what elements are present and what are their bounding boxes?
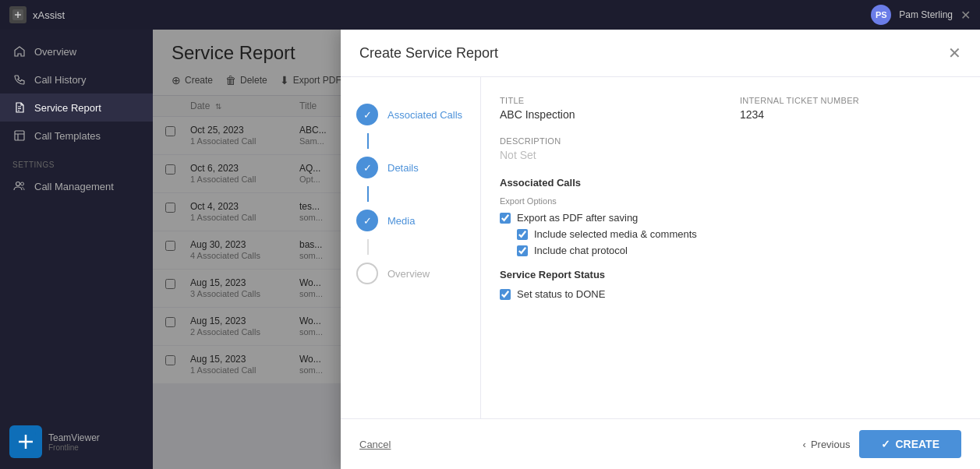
step-label-overview: Overview — [387, 268, 430, 280]
settings-section-label: SETTINGS — [0, 150, 153, 172]
step-label-media: Media — [387, 215, 415, 227]
sidebar-label-call-templates: Call Templates — [34, 130, 101, 142]
include-chat-checkbox[interactable] — [517, 245, 528, 256]
sidebar-nav: Overview Call History Service Report — [0, 30, 153, 414]
description-label: Description — [500, 136, 961, 146]
wizard-steps: ✓ Associated Calls ✓ Details ✓ — [341, 77, 481, 418]
set-status-row: Set status to DONE — [500, 288, 961, 300]
step-connector-3 — [367, 239, 369, 255]
step-circle-overview — [356, 263, 378, 284]
form-group-description: Description Not Set — [500, 136, 961, 161]
export-options-label: Export Options — [500, 196, 961, 206]
app-name: xAssist — [33, 9, 65, 21]
sidebar-label-call-management: Call Management — [34, 181, 114, 192]
topbar: xAssist PS Pam Sterling ✕ — [0, 0, 980, 30]
phone-icon — [12, 72, 27, 86]
modal-overlay: Create Service Report ✕ ✓ Associated Cal… — [153, 30, 980, 469]
sidebar: Overview Call History Service Report — [0, 30, 153, 469]
step-label-details: Details — [387, 162, 419, 174]
sidebar-item-call-templates[interactable]: Call Templates — [0, 122, 153, 150]
topbar-close-icon[interactable]: ✕ — [961, 8, 971, 23]
step-overview[interactable]: Overview — [341, 255, 480, 292]
tv-brand: TeamViewer — [48, 432, 100, 443]
footer-right: ‹ Previous ✓ CREATE — [803, 430, 961, 458]
modal: Create Service Report ✕ ✓ Associated Cal… — [341, 30, 980, 469]
svg-rect-1 — [15, 131, 24, 140]
set-status-checkbox[interactable] — [500, 289, 511, 300]
modal-form: Title ABC Inspection Internal Ticket Num… — [481, 77, 980, 418]
create-button[interactable]: ✓ CREATE — [859, 430, 961, 458]
svg-point-3 — [21, 182, 24, 185]
file-icon — [12, 100, 27, 115]
modal-title: Create Service Report — [359, 45, 498, 62]
teamviewer-logo: TeamViewer Frontline — [9, 425, 143, 458]
app-shell: xAssist PS Pam Sterling ✕ Overview — [0, 0, 980, 469]
include-chat-row: Include chat protocol — [517, 245, 961, 256]
content-area: Service Report ⊕ Create 🗑 Delete ⬇ Expor… — [153, 30, 980, 469]
cancel-button[interactable]: Cancel — [359, 439, 391, 450]
check-icon: ✓ — [881, 438, 890, 450]
app-logo-icon — [9, 6, 27, 23]
user-avatar: PS — [871, 5, 891, 25]
step-connector-2 — [367, 186, 369, 202]
teamviewer-icon — [9, 425, 42, 458]
step-circle-media: ✓ — [356, 210, 378, 231]
step-connector-1 — [367, 133, 369, 149]
previous-button[interactable]: ‹ Previous — [803, 439, 851, 450]
form-row-title: Title ABC Inspection Internal Ticket Num… — [500, 96, 961, 121]
step-label-associated-calls: Associated Calls — [387, 109, 462, 121]
step-media[interactable]: ✓ Media — [341, 202, 480, 239]
sidebar-item-call-history[interactable]: Call History — [0, 65, 153, 93]
previous-label: Previous — [811, 439, 851, 450]
tv-text-group: TeamViewer Frontline — [48, 432, 100, 452]
ticket-value: 1234 — [740, 108, 961, 121]
include-media-label: Include selected media & comments — [534, 228, 697, 240]
step-circle-details: ✓ — [356, 157, 378, 178]
users-icon — [12, 179, 27, 193]
modal-body: ✓ Associated Calls ✓ Details ✓ — [341, 77, 980, 418]
status-section: Service Report Status — [500, 269, 961, 280]
sidebar-item-service-report[interactable]: Service Report — [0, 93, 153, 122]
title-label: Title — [500, 96, 721, 105]
set-status-label: Set status to DONE — [517, 288, 605, 300]
home-icon — [12, 44, 27, 58]
chevron-left-icon: ‹ — [803, 439, 806, 450]
sidebar-label-overview: Overview — [34, 46, 76, 58]
sidebar-label-call-history: Call History — [34, 74, 86, 86]
sidebar-item-overview[interactable]: Overview — [0, 37, 153, 65]
include-media-checkbox[interactable] — [517, 229, 528, 240]
export-pdf-label: Export as PDF after saving — [517, 212, 638, 224]
template-icon — [12, 129, 27, 143]
topbar-left: xAssist — [9, 6, 65, 23]
include-chat-label: Include chat protocol — [534, 245, 628, 256]
create-label: CREATE — [895, 438, 939, 450]
modal-header: Create Service Report ✕ — [341, 30, 980, 77]
export-pdf-checkbox[interactable] — [500, 213, 511, 224]
form-row-description: Description Not Set — [500, 136, 961, 161]
ticket-label: Internal Ticket Number — [740, 96, 961, 105]
footer-left: Cancel — [359, 437, 391, 451]
form-group-ticket: Internal Ticket Number 1234 — [740, 96, 961, 121]
include-media-row: Include selected media & comments — [517, 228, 961, 240]
title-value: ABC Inspection — [500, 108, 721, 121]
svg-point-2 — [16, 182, 20, 186]
topbar-right: PS Pam Sterling ✕ — [871, 5, 971, 25]
tv-sub: Frontline — [48, 443, 100, 452]
form-group-title: Title ABC Inspection — [500, 96, 721, 121]
modal-close-button[interactable]: ✕ — [948, 44, 961, 62]
user-name: Pam Sterling — [899, 9, 953, 20]
sidebar-item-call-management[interactable]: Call Management — [0, 172, 153, 200]
sidebar-label-service-report: Service Report — [34, 102, 101, 114]
sidebar-bottom: TeamViewer Frontline — [0, 414, 153, 469]
main-area: Overview Call History Service Report — [0, 30, 980, 469]
modal-footer: Cancel ‹ Previous ✓ CREATE — [341, 418, 980, 469]
export-pdf-row: Export as PDF after saving — [500, 212, 961, 224]
associated-calls-section: Associated Calls — [500, 177, 961, 189]
step-associated-calls[interactable]: ✓ Associated Calls — [341, 96, 480, 133]
description-value: Not Set — [500, 149, 961, 161]
step-details[interactable]: ✓ Details — [341, 149, 480, 186]
step-circle-associated-calls: ✓ — [356, 104, 378, 125]
